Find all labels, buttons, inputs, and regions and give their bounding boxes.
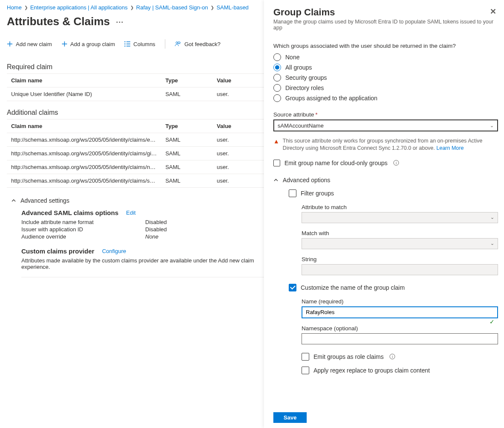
source-attribute-select[interactable]: sAMAccountName ⌄ — [273, 119, 498, 131]
columns-button[interactable]: Columns — [124, 41, 155, 47]
checkbox-label: Emit groups as role claims — [314, 353, 384, 360]
radio-security-groups[interactable]: Security groups — [273, 74, 498, 82]
save-button[interactable]: Save — [273, 412, 307, 423]
feedback-icon — [175, 41, 182, 47]
table-row[interactable]: Unique User Identifier (Name ID) SAML us… — [7, 87, 264, 101]
advanced-settings-label: Advanced settings — [21, 197, 69, 204]
cell-claim-name: http://schemas.xmlsoap.org/ws/2005/05/id… — [7, 133, 161, 147]
kv-key: Audience override — [21, 233, 145, 240]
table-row[interactable]: http://schemas.xmlsoap.org/ws/2005/05/id… — [7, 133, 264, 147]
checkbox-label: Emit group name for cloud-only groups — [284, 160, 387, 166]
kv-row: Audience override None — [21, 233, 264, 240]
breadcrumb: Home ❯ Enterprise applications | All app… — [7, 4, 264, 11]
breadcrumb-rafay-saml[interactable]: Rafay | SAML-based Sign-on — [136, 4, 208, 11]
more-actions-icon[interactable]: ⋯ — [116, 17, 124, 26]
table-row[interactable]: http://schemas.xmlsoap.org/ws/2005/05/id… — [7, 160, 264, 174]
cell-value: user. — [213, 87, 264, 101]
breadcrumb-home[interactable]: Home — [7, 4, 22, 11]
configure-link[interactable]: Configure — [102, 248, 126, 254]
cell-value: user. — [213, 147, 264, 160]
add-group-claim-button[interactable]: Add a group claim — [62, 41, 115, 47]
learn-more-link[interactable]: Learn More — [437, 145, 464, 151]
radio-none[interactable]: None — [273, 53, 498, 61]
info-icon[interactable]: i — [393, 160, 399, 166]
kv-value: Disabled — [145, 219, 167, 225]
plus-icon — [7, 41, 13, 47]
groups-question: Which groups associated with the user sh… — [273, 43, 498, 49]
kv-row: Issuer with application ID Disabled — [21, 226, 264, 233]
cell-claim-name: http://schemas.xmlsoap.org/ws/2005/05/id… — [7, 160, 161, 174]
checkbox-label: Customize the name of the group claim — [301, 284, 405, 291]
advanced-options-toggle[interactable]: Advanced options — [273, 177, 498, 183]
emit-role-claims-checkbox[interactable]: Emit groups as role claims i — [302, 353, 498, 361]
col-type[interactable]: Type — [161, 119, 212, 133]
radio-label: Security groups — [285, 74, 327, 81]
cell-type: SAML — [161, 160, 212, 174]
table-row[interactable]: http://schemas.xmlsoap.org/ws/2005/05/id… — [7, 147, 264, 160]
page-title-text: Attributes & Claims — [7, 15, 110, 28]
table-row[interactable]: http://schemas.xmlsoap.org/ws/2005/05/id… — [7, 174, 264, 188]
col-value[interactable]: Value — [213, 74, 264, 87]
kv-key: Issuer with application ID — [21, 226, 145, 233]
chevron-right-icon: ❯ — [130, 5, 134, 10]
close-icon[interactable]: ✕ — [488, 7, 498, 16]
namespace-input[interactable] — [302, 333, 498, 344]
edit-link[interactable]: Edit — [126, 210, 135, 216]
col-claim-name[interactable]: Claim name — [7, 119, 161, 133]
cell-claim-name: http://schemas.xmlsoap.org/ws/2005/05/id… — [7, 147, 161, 160]
check-icon: ✓ — [489, 318, 495, 325]
toolbar: Add new claim Add a group claim Columns … — [7, 36, 264, 55]
radio-label: Groups assigned to the application — [285, 95, 378, 102]
source-attribute-warning: ▲ This source attribute only works for g… — [273, 137, 498, 152]
additional-claims-table: Claim name Type Value http://schemas.xml… — [7, 119, 264, 188]
filter-groups-checkbox[interactable]: Filter groups — [289, 189, 498, 197]
apply-regex-checkbox[interactable]: Apply regex replace to groups claim cont… — [302, 367, 498, 374]
col-type[interactable]: Type — [161, 74, 212, 87]
cell-value: user. — [213, 174, 264, 188]
chevron-up-icon — [273, 178, 278, 183]
cell-type: SAML — [161, 147, 212, 160]
chevron-down-icon: ⌄ — [490, 215, 494, 220]
radio-assigned-groups[interactable]: Groups assigned to the application — [273, 94, 498, 102]
col-claim-name[interactable]: Claim name — [7, 74, 161, 87]
radio-icon — [273, 74, 281, 82]
checkbox-icon — [289, 284, 296, 291]
emit-cloud-only-checkbox[interactable]: Emit group name for cloud-only groups i — [273, 160, 498, 166]
namespace-label: Namespace (optional) — [302, 325, 498, 332]
page-title: Attributes & Claims ⋯ — [7, 15, 264, 28]
breadcrumb-saml-based[interactable]: SAML-based — [217, 4, 249, 11]
panel-title: Group Claims — [273, 7, 335, 18]
plus-icon — [62, 41, 67, 47]
panel-footer: Save — [264, 407, 504, 428]
add-group-claim-label: Add a group claim — [70, 41, 115, 47]
custom-claims-provider-title: Custom claims provider — [21, 247, 94, 255]
chevron-right-icon: ❯ — [24, 5, 28, 10]
radio-directory-roles[interactable]: Directory roles — [273, 84, 498, 92]
feedback-label: Got feedback? — [185, 41, 221, 47]
chevron-up-icon — [11, 198, 16, 203]
radio-all-groups[interactable]: All groups — [273, 64, 498, 71]
col-value[interactable]: Value — [213, 119, 264, 133]
name-input[interactable] — [302, 306, 498, 318]
cell-claim-name: Unique User Identifier (Name ID) — [7, 87, 161, 101]
customize-name-checkbox[interactable]: Customize the name of the group claim — [289, 284, 498, 291]
add-new-claim-button[interactable]: Add new claim — [7, 41, 52, 47]
info-icon[interactable]: i — [390, 354, 395, 359]
svg-point-0 — [176, 42, 177, 44]
chevron-right-icon: ❯ — [211, 5, 214, 10]
required-claim-heading: Required claim — [7, 63, 264, 71]
advanced-saml-options-title: Advanced SAML claims options — [21, 209, 118, 216]
attribute-to-match-select: ⌄ — [302, 212, 498, 223]
breadcrumb-enterprise-apps[interactable]: Enterprise applications | All applicatio… — [30, 4, 128, 11]
group-claims-panel: Group Claims ✕ Manage the group claims u… — [264, 0, 504, 428]
kv-value: Disabled — [145, 226, 167, 233]
radio-label: Directory roles — [285, 84, 324, 91]
toolbar-separator — [165, 39, 165, 49]
advanced-settings-toggle[interactable]: Advanced settings — [11, 197, 264, 204]
feedback-button[interactable]: Got feedback? — [175, 41, 221, 47]
custom-claims-provider-note: Attributes made available by the custom … — [21, 257, 264, 270]
cell-type: SAML — [161, 133, 212, 147]
source-attribute-value: sAMAccountName — [278, 122, 324, 129]
checkbox-label: Apply regex replace to groups claim cont… — [314, 367, 430, 374]
cell-value: user. — [213, 133, 264, 147]
